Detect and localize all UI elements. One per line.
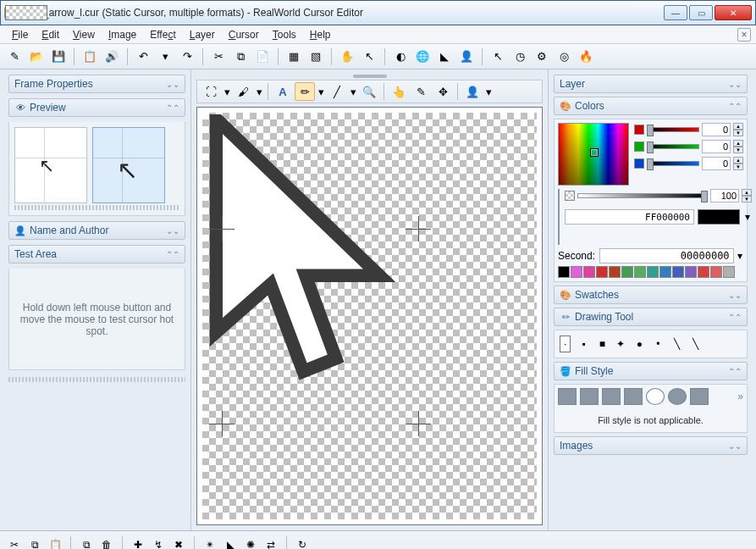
palette-swatch[interactable] xyxy=(698,266,709,278)
palette-swatch[interactable] xyxy=(647,266,659,278)
hand-icon[interactable]: ✋ xyxy=(338,47,356,66)
minimize-button[interactable]: — xyxy=(664,5,687,20)
finger-tool-icon[interactable]: 👆 xyxy=(389,82,409,101)
globe-icon[interactable]: 🌐 xyxy=(413,47,432,66)
dropdown-icon[interactable]: ▾ xyxy=(484,82,493,101)
layers-icon[interactable]: ▦ xyxy=(284,47,303,66)
open-icon[interactable]: 📂 xyxy=(27,47,46,66)
copy-icon[interactable]: 📋 xyxy=(80,47,99,66)
fill-grad2-button[interactable] xyxy=(602,388,621,405)
undo-icon[interactable]: ↶ xyxy=(134,47,152,66)
dup-icon[interactable]: ⧉ xyxy=(79,537,94,549)
alpha-input[interactable] xyxy=(710,189,739,202)
cross-icon[interactable]: ✖ xyxy=(171,537,186,549)
red-input[interactable] xyxy=(702,123,731,136)
menu-image[interactable]: Image xyxy=(102,27,143,42)
name-author-panel[interactable]: 👤 Name and Author ⌄⌄ xyxy=(8,221,185,240)
cut-icon[interactable]: ✂ xyxy=(209,47,228,66)
spinner[interactable]: ▲▼ xyxy=(733,140,743,153)
hue-saturation-picker[interactable] xyxy=(558,123,629,186)
drawing-tool-panel-header[interactable]: ✏ Drawing Tool ⌃⌃ xyxy=(554,308,748,326)
editor-canvas[interactable] xyxy=(196,107,543,525)
brush-5-button[interactable]: ● xyxy=(633,338,645,350)
fx3-icon[interactable]: ✺ xyxy=(243,537,258,549)
fill-circle-button[interactable] xyxy=(646,388,665,405)
cut-icon[interactable]: ✂ xyxy=(7,537,22,549)
green-slider[interactable] xyxy=(647,144,699,149)
palette-swatch[interactable] xyxy=(672,266,684,278)
red-slider[interactable] xyxy=(647,127,699,132)
dropdown-icon[interactable]: ▾ xyxy=(743,211,752,223)
layers2-icon[interactable]: ▧ xyxy=(306,47,325,66)
fill-solid-button[interactable] xyxy=(558,388,577,405)
preview-box-1[interactable]: ↖ xyxy=(14,127,87,203)
palette-swatch[interactable] xyxy=(571,266,582,278)
menu-view[interactable]: View xyxy=(66,27,102,42)
preview-box-2[interactable]: ↖ xyxy=(92,127,165,203)
undo-dropdown-icon[interactable]: ▾ xyxy=(156,47,174,66)
layer-panel[interactable]: Layer ⌄⌄ xyxy=(554,75,748,93)
color-swatch[interactable] xyxy=(698,209,740,225)
preview-panel-header[interactable]: 👁 Preview ⌃⌃ xyxy=(8,98,185,117)
lightness-picker[interactable] xyxy=(558,189,560,245)
spinner[interactable]: ▲▼ xyxy=(733,123,743,136)
menu-effect[interactable]: Effect xyxy=(143,27,182,42)
fx1-icon[interactable]: ✴ xyxy=(202,537,218,549)
line-tool-icon[interactable]: ╱ xyxy=(327,82,347,101)
test-area-body[interactable]: Hold down left mouse button and move the… xyxy=(8,269,185,370)
fx4-icon[interactable]: ⇄ xyxy=(263,537,279,549)
palette-swatch[interactable] xyxy=(685,266,697,278)
palette-swatch[interactable] xyxy=(710,266,722,278)
menu-file[interactable]: File xyxy=(5,27,35,42)
contrast-icon[interactable]: ◐ xyxy=(391,47,410,66)
zoom-tool-icon[interactable]: 🔍 xyxy=(359,82,379,101)
menu-help[interactable]: Help xyxy=(303,27,338,42)
blue-slider[interactable] xyxy=(647,161,699,166)
palette-swatch[interactable] xyxy=(659,266,671,278)
second-hex-input[interactable] xyxy=(599,248,734,263)
refresh-icon[interactable]: ↻ xyxy=(295,537,310,549)
palette-swatch[interactable] xyxy=(583,266,595,278)
copy2-icon[interactable]: ⧉ xyxy=(231,47,250,66)
pencil-tool-icon[interactable]: ✏ xyxy=(295,82,315,101)
fill-grad3-button[interactable] xyxy=(624,388,643,405)
move-tool-icon[interactable]: ✥ xyxy=(433,82,453,101)
new-icon[interactable]: ✎ xyxy=(5,47,24,66)
palette-swatch[interactable] xyxy=(723,266,735,278)
clock-icon[interactable]: ◷ xyxy=(510,47,529,66)
dropdown-icon[interactable]: ▾ xyxy=(223,82,231,101)
menu-edit[interactable]: Edit xyxy=(35,27,66,42)
paste-icon[interactable]: 📄 xyxy=(253,47,272,66)
fire-icon[interactable]: 🔥 xyxy=(577,47,595,66)
gear-icon[interactable]: ⚙ xyxy=(533,47,551,66)
redo-icon[interactable]: ↷ xyxy=(178,47,196,66)
cursor-icon[interactable]: ↖ xyxy=(360,47,378,66)
brush-3-button[interactable]: ■ xyxy=(596,338,608,350)
hex-input[interactable] xyxy=(565,209,694,225)
arrow-icon[interactable]: ↖ xyxy=(488,47,507,66)
fill-pattern-button[interactable] xyxy=(690,388,709,405)
dropdown-icon[interactable]: ▾ xyxy=(349,82,357,101)
text-tool-icon[interactable]: A xyxy=(273,82,293,101)
spinner[interactable]: ▲▼ xyxy=(733,157,743,170)
triangle-icon[interactable]: ◣ xyxy=(435,47,454,66)
user-icon[interactable]: 👤 xyxy=(457,47,476,66)
fill-radial-button[interactable] xyxy=(668,388,687,405)
fill-style-panel-header[interactable]: 🪣 Fill Style ⌃⌃ xyxy=(554,362,748,380)
target-icon[interactable]: ◎ xyxy=(555,47,573,66)
palette-swatch[interactable] xyxy=(609,266,621,278)
brush-tool-icon[interactable]: 🖌 xyxy=(233,82,253,101)
palette-swatch[interactable] xyxy=(558,266,570,278)
link-icon[interactable]: ↯ xyxy=(151,537,166,549)
add-icon[interactable]: ✚ xyxy=(130,537,146,549)
close-button[interactable]: ✕ xyxy=(715,5,752,20)
brush-4-button[interactable]: ✦ xyxy=(615,338,626,350)
paste-icon[interactable]: 📋 xyxy=(47,537,63,549)
close-document-button[interactable]: × xyxy=(737,28,751,42)
fill-grad1-button[interactable] xyxy=(580,388,599,405)
brush-7-button[interactable]: ╲ xyxy=(670,338,682,350)
swatches-panel[interactable]: 🎨 Swatches ⌄⌄ xyxy=(554,286,748,304)
brush-8-button[interactable]: ╲ xyxy=(689,338,701,350)
blue-input[interactable] xyxy=(702,157,731,170)
menu-tools[interactable]: Tools xyxy=(266,27,303,42)
